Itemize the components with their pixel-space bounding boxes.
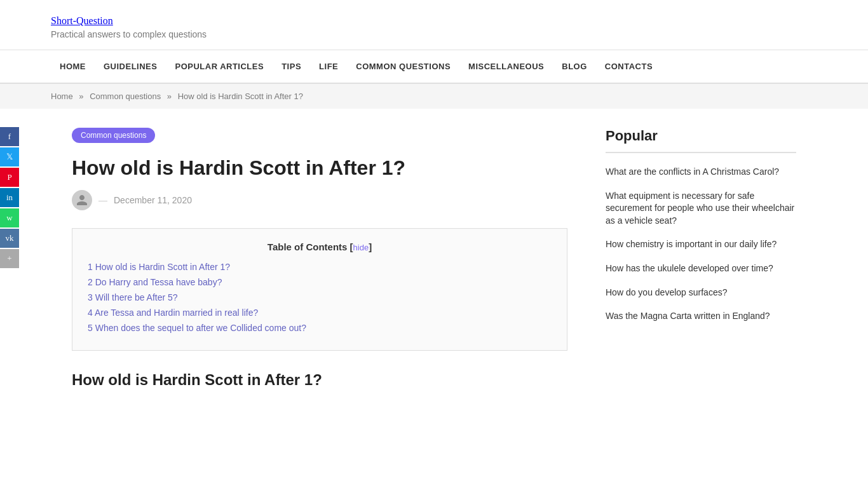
toc-link-1[interactable]: 1 How old is Hardin Scott in After 1?	[88, 262, 230, 272]
site-tagline: Practical answers to complex questions	[51, 29, 817, 39]
site-title[interactable]: Short-Question	[51, 15, 113, 26]
nav-life[interactable]: LIFE	[310, 50, 347, 83]
toc-link-2[interactable]: 2 Do Harry and Tessa have baby?	[88, 277, 222, 287]
sidebar-link-4[interactable]: How has the ukulele developed over time?	[606, 263, 773, 273]
nav-blog[interactable]: BLOG	[553, 50, 596, 83]
sidebar-links: What are the conflicts in A Christmas Ca…	[606, 166, 796, 323]
share-button[interactable]: +	[0, 249, 19, 268]
toc-link-3[interactable]: 3 Will there be After 5?	[88, 292, 178, 302]
toc-link-5[interactable]: 5 When does the sequel to after we Colli…	[88, 323, 306, 333]
social-sidebar: f 𝕏 P in w vk +	[0, 127, 19, 268]
nav-miscellaneous[interactable]: MISCELLANEOUS	[459, 50, 553, 83]
article-title: How old is Hardin Scott in After 1?	[72, 156, 567, 180]
sidebar-link-6[interactable]: Was the Magna Carta written in England?	[606, 311, 770, 321]
toc-item-3: 3 Will there be After 5?	[88, 292, 552, 303]
toc-list: 1 How old is Hardin Scott in After 1? 2 …	[88, 261, 552, 334]
sidebar-link-item-4: How has the ukulele developed over time?	[606, 262, 796, 275]
breadcrumb-sep-1: »	[79, 92, 83, 101]
site-header: Short-Question Practical answers to comp…	[0, 0, 868, 50]
sidebar-link-item-1: What are the conflicts in A Christmas Ca…	[606, 166, 796, 179]
facebook-button[interactable]: f	[0, 127, 19, 146]
breadcrumb-home[interactable]: Home	[51, 92, 73, 101]
category-tag[interactable]: Common questions	[72, 128, 155, 143]
page-body: Common questions How old is Hardin Scott…	[21, 109, 847, 414]
main-content: Common questions How old is Hardin Scott…	[72, 128, 567, 389]
sidebar: Popular What are the conflicts in A Chri…	[606, 128, 796, 389]
breadcrumb-common-questions[interactable]: Common questions	[90, 92, 161, 101]
breadcrumb: Home » Common questions » How old is Har…	[0, 84, 868, 109]
sidebar-link-item-5: How do you develop surfaces?	[606, 287, 796, 299]
author-dash: —	[98, 195, 107, 205]
nav-home[interactable]: HOME	[51, 50, 95, 83]
sidebar-link-3[interactable]: How chemistry is important in our daily …	[606, 239, 776, 249]
toc-item-5: 5 When does the sequel to after we Colli…	[88, 322, 552, 334]
author-row: — December 11, 2020	[72, 190, 567, 210]
nav-popular-articles[interactable]: POPULAR ARTICLES	[166, 50, 273, 83]
sidebar-link-1[interactable]: What are the conflicts in A Christmas Ca…	[606, 166, 779, 177]
linkedin-button[interactable]: in	[0, 188, 19, 207]
vk-button[interactable]: vk	[0, 229, 19, 248]
sidebar-link-item-2: What equipment is necessary for safe sec…	[606, 190, 796, 227]
toc-item-1: 1 How old is Hardin Scott in After 1?	[88, 261, 552, 273]
whatsapp-button[interactable]: w	[0, 208, 19, 227]
sidebar-link-item-3: How chemistry is important in our daily …	[606, 238, 796, 251]
toc-item-2: 2 Do Harry and Tessa have baby?	[88, 276, 552, 288]
nav-contacts[interactable]: CONTACTS	[596, 50, 661, 83]
sidebar-link-item-6: Was the Magna Carta written in England?	[606, 310, 796, 323]
author-avatar	[72, 190, 92, 210]
section-heading: How old is Hardin Scott in After 1?	[72, 371, 567, 389]
sidebar-link-2[interactable]: What equipment is necessary for safe sec…	[606, 191, 794, 226]
nav-tips[interactable]: TIPS	[273, 50, 310, 83]
toc-hide-link[interactable]: hide	[353, 243, 369, 252]
sidebar-link-5[interactable]: How do you develop surfaces?	[606, 287, 727, 297]
breadcrumb-sep-2: »	[167, 92, 172, 101]
nav-common-questions[interactable]: COMMON QUESTIONS	[347, 50, 459, 83]
sidebar-divider	[606, 152, 796, 153]
toc-box: Table of Contents [hide] 1 How old is Ha…	[72, 228, 567, 351]
sidebar-title: Popular	[606, 128, 796, 144]
pinterest-button[interactable]: P	[0, 168, 19, 187]
nav-guidelines[interactable]: GUIDELINES	[95, 50, 166, 83]
toc-link-4[interactable]: 4 Are Tessa and Hardin married in real l…	[88, 308, 258, 318]
main-nav: HOME GUIDELINES POPULAR ARTICLES TIPS LI…	[0, 50, 868, 84]
article-date: December 11, 2020	[114, 195, 192, 205]
breadcrumb-current: How old is Hardin Scott in After 1?	[178, 92, 303, 101]
toc-title: Table of Contents [hide]	[88, 241, 552, 252]
user-icon	[76, 194, 88, 207]
twitter-button[interactable]: 𝕏	[0, 147, 19, 166]
toc-item-4: 4 Are Tessa and Hardin married in real l…	[88, 307, 552, 318]
